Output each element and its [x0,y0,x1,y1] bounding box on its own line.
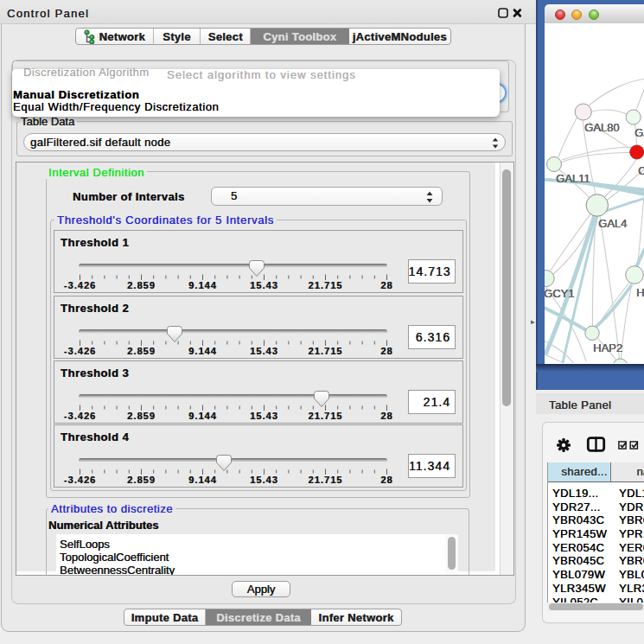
svg-text:GA: GA [634,126,644,139]
svg-text:C: C [638,164,644,177]
svg-text:HAP2: HAP2 [593,341,622,354]
svg-text:GAL11: GAL11 [556,172,590,185]
svg-text:H: H [636,286,644,299]
svg-text:GAL4: GAL4 [598,217,627,230]
svg-text:GCY1: GCY1 [545,287,574,300]
svg-text:GAL80: GAL80 [584,121,619,134]
